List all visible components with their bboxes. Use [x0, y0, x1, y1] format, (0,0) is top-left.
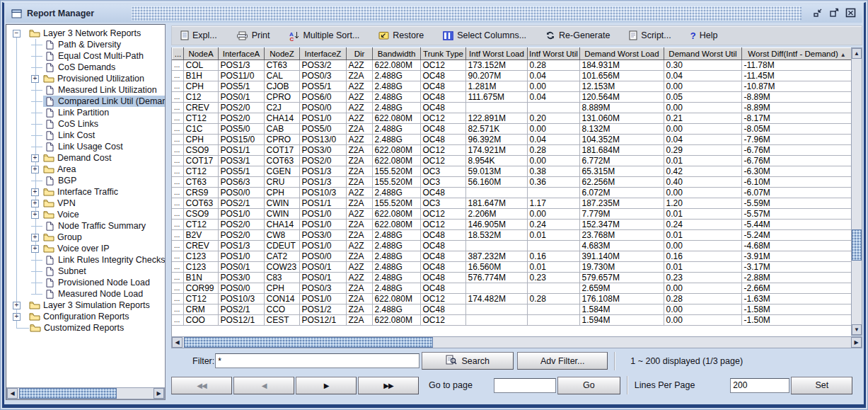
row-expand-button[interactable]: ... — [172, 209, 183, 220]
row-expand-button[interactable]: ... — [172, 315, 183, 326]
tree-item-measured-node-load[interactable]: Measured Node Load — [6, 288, 165, 300]
column-header-intf-worst-load[interactable]: Intf Worst Load — [466, 48, 528, 60]
tree-expander-icon[interactable]: + — [31, 188, 39, 196]
tree-expander-icon[interactable]: + — [31, 211, 39, 219]
table-horizontal-scrollbar[interactable]: ◀ ▶ — [171, 336, 862, 348]
last-page-button[interactable]: ▶▶ — [358, 377, 419, 394]
toolbar-button-print[interactable]: Print — [236, 30, 270, 40]
table-row[interactable]: ...C123POS0/1COW23POS0/1A2Z2.488GOC4816.… — [172, 262, 851, 273]
tree-item-link-usage-cost[interactable]: Link Usage Cost — [6, 141, 165, 152]
tree-item-bgp[interactable]: BGP — [6, 175, 165, 186]
lines-per-page-input[interactable] — [730, 378, 789, 393]
table-row[interactable]: ...C1CPOS5/0CABPOS5/0Z2A2.488GOC4882.571… — [172, 124, 851, 135]
row-expand-button[interactable]: ... — [172, 304, 183, 315]
table-row[interactable]: ...CT12POS2/0CHA14POS1/0A2Z622.080MOC121… — [172, 113, 851, 124]
table-row[interactable]: ...CREVPOS2/0C2JPOS0/0A2Z2.488GOC488.889… — [172, 103, 851, 113]
row-expand-button[interactable]: ... — [172, 60, 183, 71]
row-expand-button[interactable]: ... — [172, 71, 183, 81]
tree-expander-icon[interactable]: + — [31, 234, 39, 241]
tree-item-link-cost[interactable]: Link Cost — [6, 130, 165, 141]
scrollbar-thumb[interactable] — [852, 229, 862, 261]
tree-item-compared-link-util-deman[interactable]: Compared Link Util (Deman — [6, 96, 165, 107]
row-expand-button[interactable]: ... — [172, 198, 183, 209]
column-header-bandwidth[interactable]: Bandwidth — [373, 48, 421, 60]
title-bar[interactable]: Report Manager — [6, 4, 862, 23]
tree-expander-icon[interactable]: + — [13, 302, 21, 309]
column-header-demand-worst-load[interactable]: Demand Worst Load — [580, 48, 664, 60]
tree-expander-icon[interactable]: + — [31, 200, 39, 207]
row-expand-button[interactable]: ... — [172, 283, 183, 294]
tree-item-layer-3-network-reports[interactable]: −Layer 3 Network Reports — [6, 28, 165, 39]
table-row[interactable]: ...CT12POS10/3CON14POS1/0Z2A622.080MOC12… — [172, 294, 851, 304]
table-row[interactable]: ...CT63POS6/3CRUPOS1/3Z2A155.520MOC356.1… — [172, 177, 851, 188]
tree-expander-icon[interactable]: + — [31, 166, 39, 173]
table-row[interactable]: ...COLPOS1/3CT63POS3/2A2Z622.080MOC12173… — [172, 60, 851, 71]
tree-item-voice-over-ip[interactable]: +Voice over IP — [6, 243, 165, 254]
tree-expander-icon[interactable]: − — [13, 30, 21, 38]
row-expand-button[interactable]: ... — [172, 124, 183, 135]
go-to-page-input[interactable] — [494, 378, 556, 393]
row-expand-button[interactable]: ... — [172, 156, 183, 166]
table-row[interactable]: ...CREVPOS1/3CDEUTPOS1/0A2Z2.488GOC484.6… — [172, 241, 851, 251]
tree-item-customized-reports[interactable]: Customized Reports — [6, 322, 165, 334]
column-header-trunk-type[interactable]: Trunk Type — [421, 48, 466, 60]
tree-item-link-rules-integrity-checks[interactable]: Link Rules Integrity Checks — [6, 254, 165, 266]
scroll-right-icon[interactable]: ▶ — [154, 388, 164, 399]
table-row[interactable]: ...CSO9POS1/1COT17POS3/0Z2A622.080MOC121… — [172, 145, 851, 156]
scrollbar-thumb[interactable] — [184, 337, 433, 348]
tree-item-provisioned-utilization[interactable]: +Provisioned Utilization — [6, 73, 165, 84]
toolbar-button-multiple-sort[interactable]: ACMultiple Sort... — [289, 30, 359, 41]
tree-expander-icon[interactable]: + — [31, 245, 39, 253]
tree-item-measured-link-utilization[interactable]: Measured Link Utilization — [6, 84, 165, 96]
column-header-nodea[interactable]: NodeA — [184, 48, 219, 60]
tree-horizontal-scrollbar[interactable]: ◀ ▶ — [6, 387, 165, 399]
toolbar-button-help[interactable]: ?Help — [690, 30, 718, 41]
search-button[interactable]: Search — [422, 352, 514, 370]
row-expand-button[interactable]: ... — [172, 166, 183, 177]
tree-item-voice[interactable]: +Voice — [6, 209, 165, 220]
table-row[interactable]: ...CT12POS2/0CHA14POS1/0Z2A622.080MOC121… — [172, 220, 851, 230]
row-expand-button[interactable]: ... — [172, 294, 183, 304]
table-row[interactable]: ...CRS9POS0/0CPHPOS10/3A2Z2.488GOC486.07… — [172, 188, 851, 198]
close-icon[interactable] — [844, 6, 857, 19]
tree-expander-icon[interactable]: + — [13, 313, 21, 321]
scroll-left-icon[interactable]: ◀ — [7, 388, 18, 399]
tree-item-node-traffic-summary[interactable]: Node Traffic Summary — [6, 220, 165, 232]
row-expand-button[interactable]: ... — [172, 113, 183, 124]
tree-item-cos-links[interactable]: CoS Links — [6, 118, 165, 130]
scrollbar-thumb[interactable] — [19, 388, 117, 399]
scroll-left-icon[interactable]: ◀ — [172, 337, 183, 348]
row-expand-button[interactable]: ... — [172, 103, 183, 113]
column-header-nodez[interactable]: NodeZ — [265, 48, 300, 60]
column-header-interfacea[interactable]: InterfaceA — [219, 48, 265, 60]
tree-item-area[interactable]: +Area — [6, 164, 165, 175]
tree-item-equal-cost-multi-path[interactable]: Equal Cost Multi-Path — [6, 50, 165, 62]
row-expand-button[interactable]: ... — [172, 188, 183, 198]
set-button[interactable]: Set — [791, 377, 852, 394]
tree-item-layer-3-simulation-reports[interactable]: +Layer 3 Simulation Reports — [6, 300, 165, 311]
scrollbar-track[interactable] — [183, 337, 851, 348]
row-expand-button[interactable]: ... — [172, 241, 183, 251]
first-page-button[interactable]: ◀◀ — [171, 377, 232, 394]
table-row[interactable]: ...C123POS1/0CAT2POS0/0Z2A2.488GOC48387.… — [172, 251, 851, 262]
row-expand-button[interactable]: ... — [172, 251, 183, 262]
scroll-right-icon[interactable]: ▶ — [851, 337, 862, 348]
row-expand-button[interactable]: ... — [172, 273, 183, 283]
scrollbar-track[interactable] — [18, 388, 154, 399]
row-expand-button[interactable]: ... — [172, 92, 183, 103]
column-header-item[interactable]: ... — [173, 48, 184, 60]
table-row[interactable]: ...C12POS0/1CPROPOS6/0A2Z2.488GOC48111.6… — [172, 92, 851, 103]
table-row[interactable]: ...CPHPOS15/0CPROPOS13/0A2Z2.488GOC4896.… — [172, 135, 851, 145]
row-expand-button[interactable]: ... — [172, 262, 183, 273]
maximize-icon[interactable] — [828, 6, 840, 19]
filter-input[interactable] — [215, 353, 419, 368]
row-expand-button[interactable]: ... — [172, 220, 183, 230]
toolbar-button-re-generate[interactable]: Re-Generate — [545, 30, 610, 40]
table-row[interactable]: ...CSO9POS1/0CWINPOS1/0A2Z622.080MOC122.… — [172, 209, 851, 220]
table-row[interactable]: ...B2VPOS2/0CW8POS3/0Z2A2.488GOC4818.532… — [172, 230, 851, 241]
toolbar-button-expl[interactable]: Expl... — [180, 30, 217, 40]
table-row[interactable]: ...B1NPOS3/0C83POS0/1A2Z2.488GOC48576.77… — [172, 273, 851, 283]
go-button[interactable]: Go — [557, 377, 620, 394]
tree-item-subnet[interactable]: Subnet — [6, 266, 165, 277]
row-expand-button[interactable]: ... — [172, 177, 183, 188]
